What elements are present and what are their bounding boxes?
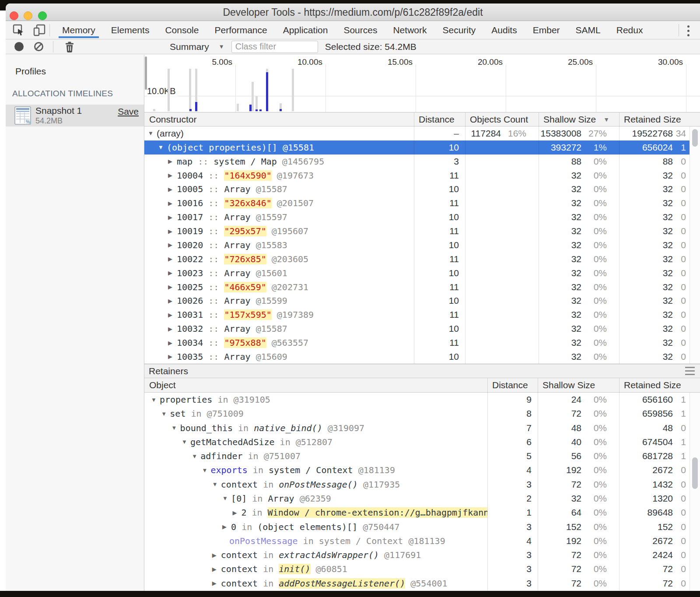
tree-collapsed-icon[interactable]: ▶ — [168, 172, 177, 179]
column-header-shallow-size[interactable]: Shallow Size▼ — [539, 114, 619, 125]
constructor-scrollbar[interactable] — [690, 126, 700, 364]
constructor-row[interactable]: ▶10016 :: "326x846" @20150711320%320 — [144, 196, 700, 210]
retainer-row[interactable]: ▶2 in Window / chrome-extension://g…bhag… — [144, 506, 700, 520]
clear-profiles-icon[interactable] — [34, 42, 43, 51]
tree-collapsed-icon[interactable]: ▶ — [222, 523, 231, 530]
tab-redux[interactable]: Redux — [609, 21, 651, 39]
tree-expanded-icon[interactable]: ▼ — [148, 130, 157, 137]
constructor-row[interactable]: ▶10017 :: Array @1559710320%320 — [144, 210, 700, 224]
retainer-row[interactable]: ▶context in addPostMessageListener() @55… — [144, 576, 700, 590]
tab-application[interactable]: Application — [275, 21, 336, 39]
inspect-element-icon[interactable] — [11, 24, 26, 37]
column-header-shallow-size[interactable]: Shallow Size — [538, 380, 619, 390]
retainer-row[interactable]: ▼exports in system / Context @1811394192… — [144, 463, 700, 477]
allocation-overview-chart[interactable]: 10.0KB 5.00s10.00s15.00s20.00s25.00s30.0… — [144, 55, 700, 112]
retainer-row[interactable]: ▶context in extractAdsWrapper() @1176913… — [144, 548, 700, 562]
constructor-scrollbar-thumb[interactable] — [692, 129, 698, 147]
tree-collapsed-icon[interactable]: ▶ — [232, 509, 241, 516]
minimize-window-button[interactable] — [24, 11, 32, 20]
constructor-row[interactable]: ▶10005 :: Array @1558710320%320 — [144, 183, 700, 197]
tab-security[interactable]: Security — [434, 21, 483, 39]
constructor-row[interactable]: ▶10020 :: Array @1558310320%320 — [144, 238, 700, 252]
close-window-button[interactable] — [10, 11, 18, 20]
more-options-icon[interactable] — [682, 25, 694, 37]
tree-collapsed-icon[interactable]: ▶ — [168, 242, 177, 248]
tree-collapsed-icon[interactable]: ▶ — [168, 353, 177, 360]
tree-collapsed-icon[interactable]: ▶ — [212, 580, 221, 586]
constructor-row-selected[interactable]: ▼(object properties)[] @15581103932721%6… — [144, 140, 700, 155]
tree-expanded-icon[interactable]: ▼ — [222, 495, 231, 502]
tree-collapsed-icon[interactable]: ▶ — [168, 228, 177, 235]
retainer-row[interactable]: ▼[0] in Array @623592320%13200 — [144, 492, 700, 506]
retainer-row[interactable]: onPostMessage in system / Context @18113… — [144, 534, 700, 548]
tree-expanded-icon[interactable]: ▼ — [161, 411, 170, 417]
record-heap-button[interactable] — [14, 42, 24, 51]
column-header-distance[interactable]: Distance — [414, 114, 465, 125]
tree-collapsed-icon[interactable]: ▶ — [168, 200, 177, 207]
hamburger-menu-icon[interactable] — [685, 367, 695, 375]
tree-collapsed-icon[interactable]: ▶ — [168, 326, 177, 332]
tree-collapsed-icon[interactable]: ▶ — [168, 214, 177, 221]
constructor-row[interactable]: ▶10019 :: "295x57" @19560711320%320 — [144, 224, 700, 238]
tab-elements[interactable]: Elements — [103, 21, 158, 39]
tree-collapsed-icon[interactable]: ▶ — [168, 284, 177, 290]
retainer-row[interactable]: ▶0 in (object elements)[] @75044731520%1… — [144, 520, 700, 534]
zoom-window-button[interactable] — [38, 11, 47, 20]
tab-audits[interactable]: Audits — [483, 21, 525, 39]
constructor-row[interactable]: ▶10031 :: "157x595" @19738911320%320 — [144, 308, 700, 322]
tree-collapsed-icon[interactable]: ▶ — [168, 158, 177, 165]
tree-expanded-icon[interactable]: ▼ — [158, 144, 167, 151]
tree-collapsed-icon[interactable]: ▶ — [168, 312, 177, 318]
retainer-row[interactable]: ▼properties in @3191059240%6561601 — [144, 393, 700, 407]
tab-memory[interactable]: Memory — [54, 21, 103, 39]
tree-collapsed-icon[interactable]: ▶ — [212, 566, 221, 572]
constructor-row[interactable]: ▶10032 :: Array @1558710320%320 — [144, 322, 700, 336]
tree-expanded-icon[interactable]: ▼ — [192, 453, 200, 460]
retainer-row[interactable]: ▼context in onPostMessage() @1179353720%… — [144, 478, 700, 492]
snapshot-list-item[interactable]: % Snapshot 1 54.2MB Save — [6, 105, 144, 126]
constructor-row[interactable]: ▶map :: system / Map @14567953880%880 — [144, 155, 700, 169]
tree-collapsed-icon[interactable]: ▶ — [168, 270, 177, 276]
column-header-retained-size[interactable]: Retained Size — [619, 114, 690, 125]
tab-performance[interactable]: Performance — [206, 21, 275, 39]
retainer-row[interactable]: ▶context in init() @608513720%720 — [144, 562, 700, 576]
tree-collapsed-icon[interactable]: ▶ — [168, 298, 177, 304]
column-header-retained-size[interactable]: Retained Size — [619, 380, 690, 390]
retainer-row[interactable]: ▼getMatchedAdSize in @5128076400%6745041 — [144, 435, 700, 449]
tree-collapsed-icon[interactable]: ▶ — [168, 186, 177, 193]
constructor-row[interactable]: ▶10025 :: "466x59" @20273111320%320 — [144, 280, 700, 294]
tab-saml[interactable]: SAML — [568, 21, 609, 39]
retainers-scrollbar[interactable] — [690, 393, 700, 590]
overview-scrollbar-thumb[interactable] — [145, 56, 147, 90]
column-header-objects-count[interactable]: Objects Count — [465, 114, 539, 125]
constructor-row[interactable]: ▶10022 :: "726x85" @20360511320%320 — [144, 252, 700, 266]
constructor-row[interactable]: ▼(array)–11728416%1538300827%1952276834 — [144, 126, 700, 140]
constructor-row[interactable]: ▶10004 :: "164x590" @19767311320%320 — [144, 169, 700, 183]
tree-expanded-icon[interactable]: ▼ — [172, 425, 180, 431]
tab-network[interactable]: Network — [385, 21, 434, 39]
tab-console[interactable]: Console — [157, 21, 206, 39]
tree-expanded-icon[interactable]: ▼ — [182, 439, 190, 445]
retainer-row[interactable]: ▼adfinder in @7510075560%6817281 — [144, 449, 700, 463]
tab-sources[interactable]: Sources — [336, 21, 385, 39]
constructor-row[interactable]: ▶10035 :: Array @1560910320%320 — [144, 350, 700, 364]
constructor-row[interactable]: ▶10023 :: Array @1560110320%320 — [144, 266, 700, 280]
column-header-distance[interactable]: Distance — [487, 380, 538, 390]
perspective-select[interactable]: Summary ▼ — [170, 42, 224, 52]
tree-collapsed-icon[interactable]: ▶ — [212, 552, 221, 558]
tree-expanded-icon[interactable]: ▼ — [212, 481, 221, 488]
tree-collapsed-icon[interactable]: ▶ — [168, 256, 177, 262]
tree-collapsed-icon[interactable]: ▶ — [168, 340, 177, 346]
constructor-row[interactable]: ▶10034 :: "975x88" @56355711320%320 — [144, 336, 700, 350]
retainer-row[interactable]: ▼bound_this in native_bind() @3190977480… — [144, 421, 700, 435]
tree-expanded-icon[interactable]: ▼ — [151, 397, 160, 403]
constructor-row[interactable]: ▶10026 :: Array @1559910320%320 — [144, 294, 700, 308]
tab-ember[interactable]: Ember — [525, 21, 568, 39]
device-toolbar-icon[interactable] — [32, 24, 47, 37]
snapshot-save-link[interactable]: Save — [118, 106, 139, 117]
class-filter-input[interactable] — [231, 41, 318, 53]
retainers-scrollbar-thumb[interactable] — [692, 457, 698, 489]
tree-expanded-icon[interactable]: ▼ — [202, 467, 211, 474]
column-header-object[interactable]: Object — [144, 380, 487, 390]
column-header-constructor[interactable]: Constructor — [144, 114, 414, 125]
